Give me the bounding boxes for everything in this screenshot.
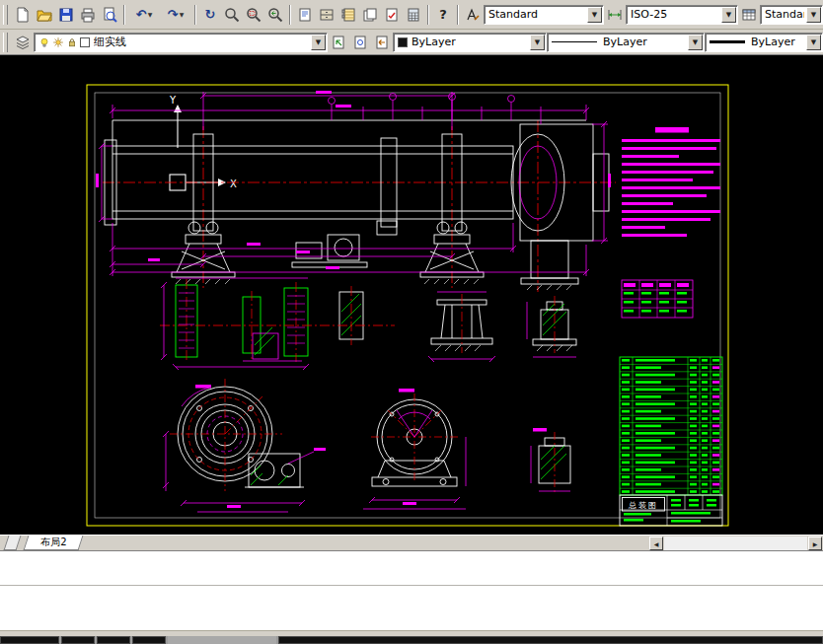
layer-properties-manager-button[interactable] [12, 32, 34, 53]
properties-icon [297, 7, 313, 23]
cad-canvas[interactable]: Y X [0, 55, 823, 535]
lineweight-combo[interactable]: ByLayer ▼ [705, 33, 823, 52]
sheet-set-icon [362, 7, 378, 23]
toolbar-separator [289, 5, 291, 25]
table-style-manager-button[interactable] [738, 4, 760, 26]
drawing-viewport[interactable]: Y X [0, 55, 823, 535]
help-button[interactable]: ? [432, 4, 454, 26]
make-object-layer-current-button[interactable] [328, 32, 349, 53]
status-segment[interactable] [0, 636, 59, 644]
regen-icon: ↻ [205, 8, 216, 21]
layer-states-button[interactable] [349, 32, 371, 53]
dim-style-manager-button[interactable] [604, 4, 626, 26]
open-button[interactable] [34, 4, 55, 26]
text-style-combo[interactable]: Standard ▼ [484, 5, 604, 25]
main-dimensions [96, 91, 611, 276]
zoom-previous-button[interactable] [264, 4, 286, 26]
save-button[interactable] [55, 4, 77, 26]
designcenter-button[interactable] [316, 4, 337, 26]
redo-icon: ↷ [168, 8, 179, 21]
tool-palettes-button[interactable] [337, 4, 359, 26]
dropdown-arrow-icon[interactable]: ▼ [806, 7, 821, 23]
layer-freeze-sun-icon[interactable] [52, 36, 64, 48]
dropdown-arrow-icon[interactable]: ▼ [688, 35, 703, 50]
status-segment[interactable] [97, 636, 130, 644]
status-bar [0, 636, 823, 644]
table-style-combo[interactable]: Standard ▼ [760, 5, 823, 25]
bom-table [620, 357, 722, 495]
plot-preview-button[interactable] [99, 4, 120, 26]
linetype-value: ByLayer [603, 36, 647, 48]
command-window[interactable] [0, 550, 823, 631]
dropdown-arrow-icon[interactable]: ▼ [721, 7, 736, 23]
toolbar-separator [123, 5, 125, 25]
section-view-left [163, 379, 326, 512]
toolbar-grip[interactable] [3, 5, 8, 25]
sheet-set-manager-button[interactable] [359, 4, 381, 26]
text-style-manager-button[interactable] [462, 4, 484, 26]
zoom-previous-icon [267, 7, 283, 23]
undo-dropdown-arrow-icon[interactable]: ▼ [148, 11, 153, 18]
redo-button[interactable]: ↷▼ [160, 4, 191, 26]
dimension-text-marks [96, 91, 611, 269]
properties-button[interactable] [294, 4, 316, 26]
redo-dropdown-arrow-icon[interactable]: ▼ [180, 11, 185, 18]
zoom-realtime-icon [224, 7, 240, 23]
tab-layout2-label: 布局2 [40, 536, 66, 549]
status-segment[interactable] [278, 636, 823, 644]
status-gap [168, 636, 276, 644]
layer-color-swatch [80, 37, 90, 47]
dropdown-arrow-icon[interactable]: ▼ [311, 35, 326, 50]
status-segment[interactable] [61, 636, 95, 644]
command-window-splitter[interactable] [0, 585, 823, 586]
calculator-button[interactable] [403, 4, 424, 26]
ucs-y-label: Y [169, 95, 177, 106]
regen-button[interactable]: ↻ [199, 4, 221, 26]
layer-previous-button[interactable] [371, 32, 393, 53]
dim-style-icon [607, 7, 623, 23]
new-icon [15, 7, 31, 23]
make-layer-current-icon [331, 35, 346, 50]
dropdown-arrow-icon[interactable]: ▼ [806, 35, 821, 50]
layer-states-icon [352, 35, 368, 50]
color-value: ByLayer [412, 36, 456, 48]
table-style-icon [741, 7, 757, 23]
color-combo[interactable]: ByLayer ▼ [393, 33, 547, 52]
zoom-window-button[interactable] [243, 4, 264, 26]
dropdown-arrow-icon[interactable]: ▼ [530, 35, 545, 50]
hscroll-track[interactable] [664, 537, 807, 550]
middle-detail-views [160, 278, 395, 370]
plot-button[interactable] [77, 4, 99, 26]
toolbar-grip[interactable] [3, 33, 8, 52]
text-style-value: Standard [488, 8, 538, 21]
dropdown-arrow-icon[interactable]: ▼ [587, 7, 602, 23]
tab-layout2[interactable]: 布局2 [24, 536, 84, 550]
linetype-combo[interactable]: ByLayer ▼ [547, 33, 705, 52]
hscroll-right-button[interactable]: ▶ [808, 537, 822, 550]
status-segment[interactable] [132, 636, 166, 644]
title-block-drawing-name: 总装图 [628, 501, 658, 510]
small-support-detail-view [527, 296, 576, 357]
layer-lock-icon[interactable] [66, 36, 78, 48]
dim-style-value: ISO-25 [631, 8, 667, 21]
new-button[interactable] [12, 4, 34, 26]
undo-button[interactable]: ↶▼ [128, 4, 160, 26]
tab-stub[interactable] [4, 536, 22, 550]
plot-preview-icon [102, 7, 117, 23]
layer-previous-icon [374, 35, 390, 50]
markup-set-manager-button[interactable] [381, 4, 403, 26]
layer-combo[interactable]: 细实线 ▼ [34, 33, 328, 52]
dim-style-combo[interactable]: ISO-25 ▼ [626, 5, 738, 25]
lineweight-value: ByLayer [751, 36, 795, 48]
ucs-icon: Y X [169, 95, 237, 190]
layer-on-bulb-icon[interactable] [38, 36, 50, 48]
layers-properties-toolbar: 细实线 ▼ ByLayer ▼ ByLayer ▼ ByLayer ▼ [0, 30, 823, 55]
help-icon: ? [439, 8, 447, 21]
text-style-icon [465, 7, 481, 23]
toolbar-separator [427, 5, 429, 25]
toolbar-separator [457, 5, 459, 25]
hscroll-left-button[interactable]: ◀ [649, 537, 663, 550]
zoom-realtime-button[interactable] [221, 4, 243, 26]
autocad-window: { "toolbar_row1": { "text_style": "Stand… [0, 0, 823, 644]
zoom-window-icon [246, 7, 262, 23]
